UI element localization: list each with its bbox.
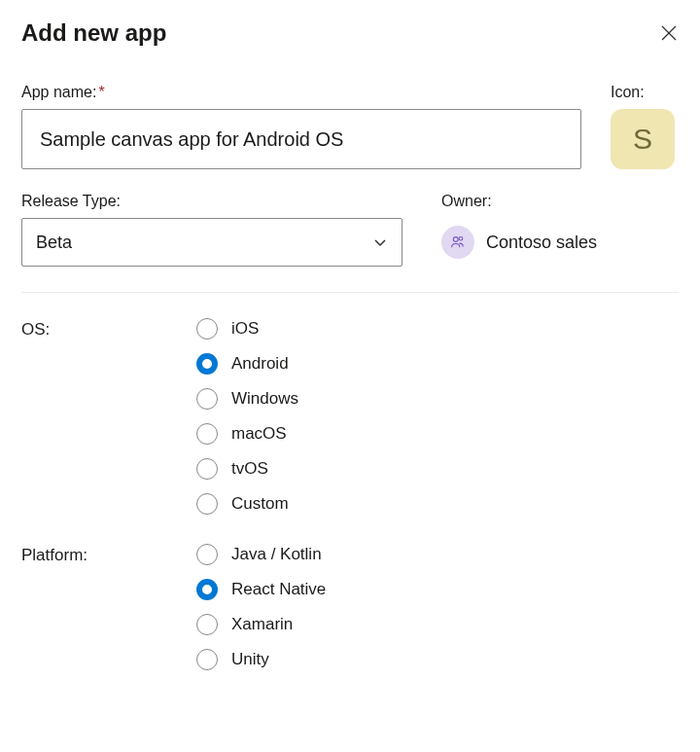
radio-icon bbox=[196, 353, 218, 375]
os-option-ios[interactable]: iOS bbox=[196, 318, 298, 340]
os-option-label: iOS bbox=[231, 319, 259, 339]
os-option-windows[interactable]: Windows bbox=[196, 388, 298, 410]
release-type-select[interactable]: Beta bbox=[21, 218, 402, 267]
radio-icon bbox=[196, 423, 218, 445]
app-name-input[interactable] bbox=[21, 109, 581, 169]
people-icon bbox=[441, 226, 474, 259]
icon-label: Icon: bbox=[611, 84, 679, 101]
platform-option-label: Java / Kotlin bbox=[231, 545, 322, 564]
close-icon[interactable] bbox=[659, 23, 679, 43]
os-option-macos[interactable]: macOS bbox=[196, 423, 298, 445]
svg-point-3 bbox=[459, 236, 463, 240]
section-divider bbox=[21, 292, 679, 293]
radio-icon bbox=[196, 388, 218, 410]
page-title: Add new app bbox=[21, 19, 166, 47]
platform-option-label: Xamarin bbox=[231, 615, 293, 634]
owner-name: Contoso sales bbox=[486, 233, 597, 253]
radio-icon bbox=[196, 614, 218, 635]
release-type-value: Beta bbox=[36, 233, 72, 253]
owner-value[interactable]: Contoso sales bbox=[441, 218, 679, 267]
required-indicator: * bbox=[98, 84, 104, 100]
chevron-down-icon bbox=[372, 234, 388, 250]
platform-option-react-native[interactable]: React Native bbox=[196, 579, 326, 600]
os-option-label: tvOS bbox=[231, 459, 268, 479]
radio-icon bbox=[196, 544, 218, 565]
os-option-label: Custom bbox=[231, 494, 289, 514]
owner-label: Owner: bbox=[441, 193, 679, 210]
platform-option-xamarin[interactable]: Xamarin bbox=[196, 614, 326, 635]
platform-option-java-kotlin[interactable]: Java / Kotlin bbox=[196, 544, 326, 565]
platform-option-label: Unity bbox=[231, 650, 269, 669]
app-icon-preview[interactable]: S bbox=[611, 109, 675, 169]
os-option-custom[interactable]: Custom bbox=[196, 493, 298, 515]
radio-icon bbox=[196, 649, 218, 670]
radio-icon bbox=[196, 458, 218, 480]
release-type-label: Release Type: bbox=[21, 193, 402, 210]
platform-option-label: React Native bbox=[231, 580, 326, 599]
radio-icon bbox=[196, 579, 218, 600]
app-name-label: App name:* bbox=[21, 84, 581, 101]
os-option-label: Windows bbox=[231, 389, 298, 409]
os-option-label: macOS bbox=[231, 424, 287, 444]
platform-label: Platform: bbox=[21, 544, 196, 670]
os-option-android[interactable]: Android bbox=[196, 353, 298, 375]
os-option-tvos[interactable]: tvOS bbox=[196, 458, 298, 480]
radio-icon bbox=[196, 318, 218, 340]
os-option-label: Android bbox=[231, 354, 289, 374]
svg-point-2 bbox=[453, 237, 458, 242]
radio-icon bbox=[196, 493, 218, 515]
os-label: OS: bbox=[21, 318, 196, 515]
platform-option-unity[interactable]: Unity bbox=[196, 649, 326, 670]
